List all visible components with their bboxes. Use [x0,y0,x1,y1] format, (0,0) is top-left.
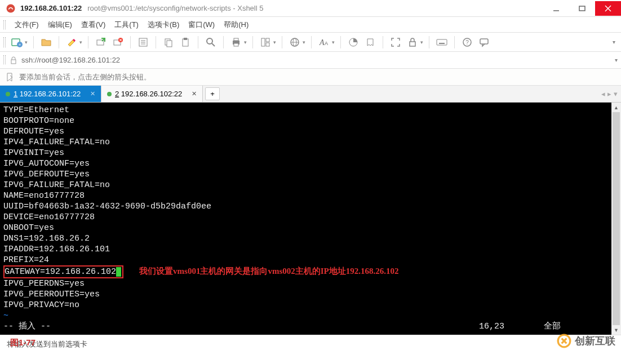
keyboard-icon[interactable] [435,35,449,49]
copy-icon[interactable] [162,35,175,49]
tab-menu-icon[interactable]: ▾ [614,90,618,98]
tab-nav: ◂ ▸ ▾ [598,86,621,102]
titlebar: 192.168.26.101:22 root@vms001:/etc/sysco… [0,0,621,17]
svg-rect-27 [266,38,269,42]
window-controls [543,1,621,16]
dropdown-icon[interactable]: ▾ [332,39,335,45]
print-icon[interactable] [229,35,243,49]
add-tab-button[interactable]: + [205,87,220,100]
bookmark-arrow-icon[interactable] [6,73,15,82]
menu-help[interactable]: 帮助(H) [219,17,253,32]
lock-icon[interactable] [406,35,419,49]
watermark: 创新互联 [557,334,615,348]
svg-text:+: + [19,42,21,47]
address-url[interactable]: ssh://root@192.168.26.101:22 [21,56,610,64]
maximize-button[interactable] [569,1,595,16]
status-dot-icon [6,92,10,96]
tab-session-2[interactable]: 2 192.168.26.102:22 ✕ [101,86,203,102]
disconnect-icon[interactable] [111,35,125,49]
title-host: 192.168.26.101:22 [20,4,82,12]
scrollbar-thumb[interactable] [613,112,620,325]
tab-next-icon[interactable]: ▸ [607,90,611,98]
dropdown-icon[interactable]: ▾ [79,39,82,45]
reconnect-icon[interactable] [94,35,108,49]
figure-label: 图1-77 [10,338,36,348]
menu-tools[interactable]: 工具(T) [110,17,143,32]
menu-tab[interactable]: 选项卡(B) [143,17,184,32]
open-icon[interactable] [39,35,53,49]
svg-rect-26 [261,38,265,46]
menu-view[interactable]: 查看(V) [77,17,110,32]
status-dot-icon [107,92,112,96]
close-button[interactable] [595,1,621,16]
terminal-area: TYPE=Ethernet BOOTPROTO=none DEFROUTE=ye… [0,103,621,335]
svg-rect-28 [266,43,269,46]
infobar-hint: 要添加当前会话，点击左侧的箭头按钮。 [19,72,151,82]
menu-edit[interactable]: 编辑(E) [43,17,77,32]
svg-point-21 [207,38,212,44]
dropdown-icon[interactable]: ▾ [25,39,28,45]
svg-rect-35 [410,42,415,46]
script-icon[interactable] [363,35,377,49]
color-scheme-icon[interactable] [347,35,360,49]
watermark-icon [557,334,571,348]
svg-rect-24 [234,38,238,41]
tab-label: 2 192.168.26.102:22 [115,90,188,98]
infobar: 要添加当前会话，点击左侧的箭头按钮。 [0,69,621,86]
tab-prev-icon[interactable]: ◂ [601,90,605,98]
minimize-button[interactable] [543,1,569,16]
globe-icon[interactable] [288,35,301,49]
tab-close-icon[interactable]: ✕ [90,90,95,97]
layout-icon[interactable] [259,35,272,49]
search-icon[interactable] [204,35,218,49]
tab-label: 1 192.168.26.101:22 [14,90,87,98]
grip-icon[interactable] [3,37,6,47]
tab-close-icon[interactable]: ✕ [192,90,197,97]
help-icon[interactable]: ? [460,35,474,49]
svg-rect-25 [234,43,238,46]
properties-icon[interactable] [136,35,150,49]
svg-text:A: A [325,41,328,46]
dropdown-icon[interactable]: ▾ [420,39,423,45]
watermark-text: 创新互联 [575,334,615,348]
addressbar: ssh://root@192.168.26.101:22 ▾ [0,52,621,69]
grip-icon[interactable] [3,55,6,64]
svg-rect-46 [11,60,16,64]
new-session-icon[interactable]: + [10,35,24,49]
svg-text:A: A [319,38,325,47]
menu-window[interactable]: 窗口(W) [184,17,219,32]
app-icon [6,3,16,14]
svg-rect-36 [437,39,447,45]
paste-icon[interactable] [179,35,192,49]
chat-icon[interactable] [477,35,491,49]
tabbar: 1 192.168.26.101:22 ✕ 2 192.168.26.102:2… [0,86,621,103]
toolbar-overflow-icon[interactable]: ▾ [613,39,618,45]
title-path: root@vms001:/etc/sysconfig/network-scrip… [87,4,263,12]
scrollbar[interactable]: ▲ ▼ [611,103,621,335]
toolbar: + ▾ ▾ ▾ ▾ ▾ AA ▾ ▾ ? ▾ [0,33,621,52]
svg-rect-45 [480,39,488,44]
dropdown-icon[interactable]: ▾ [303,39,305,45]
svg-rect-18 [167,41,172,47]
svg-line-22 [212,43,215,46]
svg-rect-2 [579,6,585,11]
svg-rect-20 [184,38,187,40]
statusbar: 将输入发送到当前选项卡 [0,335,621,353]
font-icon[interactable]: AA [317,35,331,49]
grip-icon[interactable] [3,20,6,29]
terminal[interactable]: TYPE=Ethernet BOOTPROTO=none DEFROUTE=ye… [0,103,611,335]
menubar: 文件(F) 编辑(E) 查看(V) 工具(T) 选项卡(B) 窗口(W) 帮助(… [0,17,621,33]
svg-text:?: ? [465,39,469,46]
menu-file[interactable]: 文件(F) [10,17,43,32]
fullscreen-icon[interactable] [389,35,402,49]
lock-small-icon [10,56,17,64]
highlight-icon[interactable] [65,35,78,49]
dropdown-icon[interactable]: ▾ [244,39,247,45]
addressbar-overflow-icon[interactable]: ▾ [615,57,618,63]
tab-session-1[interactable]: 1 192.168.26.101:22 ✕ [0,86,101,102]
dropdown-icon[interactable]: ▾ [273,39,276,45]
scroll-up-icon[interactable]: ▲ [611,103,621,112]
svg-point-0 [7,4,15,12]
